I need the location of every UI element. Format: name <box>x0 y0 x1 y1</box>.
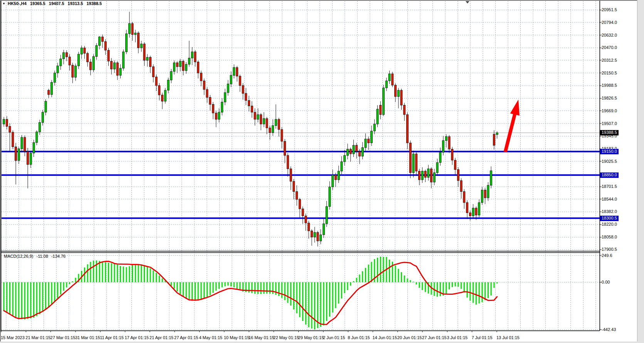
candle <box>287 155 289 169</box>
macd-histogram-bar <box>404 275 405 282</box>
candle <box>359 152 361 156</box>
macd-histogram-bar <box>21 282 22 319</box>
panel-separator[interactable] <box>0 251 600 252</box>
time-tick-label: 7 Jul 01:15 <box>472 335 493 340</box>
time-tick-label: 10 May 01:15 <box>224 335 250 340</box>
chart-dropdown-icon[interactable]: ▼ <box>2 2 5 5</box>
candle <box>227 84 229 93</box>
macd-histogram-bar <box>159 275 160 282</box>
candle <box>221 102 223 112</box>
macd-histogram-bar <box>305 282 306 325</box>
macd-histogram-bar <box>200 282 202 300</box>
candle <box>108 50 109 61</box>
macd-histogram-bar <box>299 282 300 318</box>
macd-histogram-bar <box>496 282 498 284</box>
candle <box>407 115 409 143</box>
candle <box>397 90 399 96</box>
candle <box>185 64 187 71</box>
window-edge-right <box>637 0 644 343</box>
macd-histogram-bar <box>446 282 447 294</box>
macd-histogram-bar <box>117 265 118 282</box>
macd-histogram-bar <box>156 273 157 282</box>
macd-histogram-bar <box>3 282 5 311</box>
macd-histogram-bar <box>389 260 390 282</box>
candle <box>487 185 489 198</box>
macd-histogram-bar <box>323 282 324 326</box>
macd-histogram-bar <box>141 265 142 282</box>
candle <box>445 137 447 140</box>
time-tick-label: 15 Mar 2023 <box>1 335 25 340</box>
candle <box>481 190 483 203</box>
candle <box>123 52 124 68</box>
candle <box>152 67 154 77</box>
candle <box>344 155 346 162</box>
candle <box>170 71 172 80</box>
candle <box>99 37 101 46</box>
candle <box>155 77 157 85</box>
macd-histogram-bar <box>57 282 58 299</box>
candle <box>373 124 375 131</box>
time-tick-label: 3 Jul 01:15 <box>447 335 467 340</box>
macd-histogram-bar <box>48 282 49 307</box>
macd-tick-label: 0.00 <box>602 280 610 285</box>
time-tick-label: 20 Jun 01:15 <box>397 335 422 340</box>
panel-separator[interactable] <box>0 252 600 253</box>
candle <box>353 145 355 154</box>
candle <box>415 154 417 171</box>
macd-histogram-bar <box>290 282 291 306</box>
macd-histogram-bar <box>356 278 357 282</box>
time-tick-label: 13 Jul 01:15 <box>496 335 520 340</box>
candle <box>173 63 175 71</box>
price-tick-label: 20632.0 <box>602 33 617 38</box>
candle <box>188 58 190 64</box>
macd-histogram-bar <box>287 282 288 303</box>
candle <box>404 105 405 115</box>
price-tick-label: 17900.5 <box>602 247 617 252</box>
price-tick-label: 19826.5 <box>602 96 617 101</box>
candle <box>128 24 130 34</box>
candle <box>126 34 128 52</box>
macd-histogram-bar <box>311 282 312 329</box>
candle <box>138 33 140 48</box>
window-border-top <box>0 0 644 1</box>
macd-signal-value: -134.76 <box>51 254 66 259</box>
macd-histogram-bar <box>452 282 453 287</box>
candle <box>368 139 370 143</box>
macd-histogram-bar <box>60 282 61 295</box>
candle <box>119 68 121 75</box>
candle <box>45 101 47 112</box>
candle <box>87 53 89 62</box>
macd-histogram-bar <box>338 282 339 304</box>
macd-histogram-bar <box>380 257 381 282</box>
candle <box>251 106 253 112</box>
macd-histogram-bar <box>72 281 73 282</box>
macd-histogram-bar <box>150 268 151 282</box>
price-tick-label: 18544.0 <box>602 197 617 202</box>
macd-histogram-bar <box>353 281 354 282</box>
macd-histogram-bar <box>66 282 67 288</box>
macd-histogram-bar <box>132 265 133 282</box>
candle <box>164 90 166 101</box>
candle <box>433 173 435 182</box>
candle <box>104 42 106 50</box>
candle <box>179 61 181 67</box>
candle <box>496 133 498 135</box>
candle <box>18 149 20 161</box>
candle <box>392 74 393 85</box>
macd-histogram-bar <box>422 282 423 290</box>
candle <box>385 81 387 88</box>
macd-histogram-bar <box>284 282 286 300</box>
candle <box>96 46 98 56</box>
candle <box>245 93 247 100</box>
candle <box>218 112 220 119</box>
macd-histogram-bar <box>383 257 384 282</box>
macd-histogram-bar <box>329 282 330 317</box>
candle <box>12 132 14 147</box>
chart-canvas[interactable] <box>0 0 644 343</box>
macd-histogram-bar <box>484 282 486 300</box>
candle <box>66 52 67 57</box>
candle <box>63 52 65 59</box>
price-tick-label: 18220.0 <box>602 222 617 227</box>
candle <box>21 137 23 149</box>
candle <box>260 115 262 124</box>
